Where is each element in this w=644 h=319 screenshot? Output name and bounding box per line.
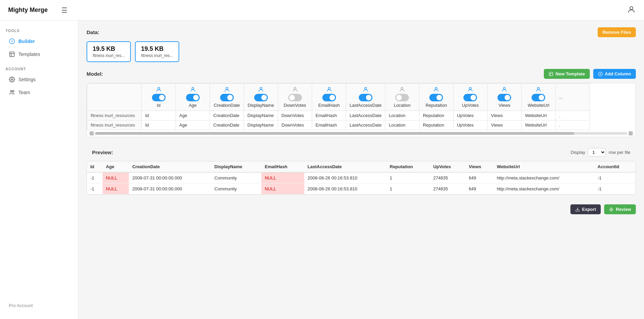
toggle-emailhash[interactable] <box>322 94 336 101</box>
scroll-track[interactable] <box>95 132 627 135</box>
display-select[interactable]: 1 2 5 10 <box>588 148 606 157</box>
toggle-displayname[interactable] <box>254 94 268 101</box>
toggle-age[interactable] <box>186 94 200 101</box>
svg-point-0 <box>630 6 633 10</box>
svg-marker-23 <box>610 207 613 212</box>
scroll-left-arrow[interactable] <box>90 131 94 135</box>
col-id-label: Id <box>157 103 160 108</box>
svg-point-18 <box>435 87 437 89</box>
svg-point-3 <box>11 79 13 81</box>
model-row-2-downvotes: DownVotes <box>278 120 312 130</box>
svg-point-11 <box>192 87 194 89</box>
person-icon <box>535 86 541 92</box>
col-lastaccessdate-label: LastAccessDate <box>350 103 382 108</box>
sidebar-item-team[interactable]: Team <box>5 87 73 98</box>
model-row-2-location: Location <box>385 120 419 130</box>
toggle-creationdate[interactable] <box>220 94 234 101</box>
preview-col-accountid: AccountId <box>594 161 635 172</box>
model-row-1-id: Id <box>142 111 176 120</box>
model-col-views-header: Views <box>487 84 521 111</box>
toggle-views[interactable] <box>497 94 511 101</box>
builder-icon <box>9 38 15 44</box>
model-col-upvotes-header: UpVotes <box>453 84 487 111</box>
toggle-id[interactable] <box>152 94 166 101</box>
model-table-section: Id Age <box>87 83 636 137</box>
review-button[interactable]: Review <box>604 204 636 214</box>
toggle-reputation[interactable] <box>429 94 443 101</box>
file-card-1[interactable]: 19.5 KB fitness inurl_res... <box>87 41 131 62</box>
preview-r1-reputation: 1 <box>386 172 430 184</box>
toggle-lastaccessdate[interactable] <box>359 94 372 101</box>
preview-r2-id: -1 <box>87 184 103 194</box>
model-label: Model: <box>87 71 103 77</box>
settings-label: Settings <box>18 77 36 82</box>
model-section-header: Model: New Template Add Column <box>87 69 636 79</box>
add-column-button[interactable]: Add Column <box>593 69 636 79</box>
model-col-age-header: Age <box>176 84 210 111</box>
toggle-location[interactable] <box>395 94 409 101</box>
svg-point-13 <box>260 87 262 89</box>
svg-point-20 <box>503 87 505 89</box>
model-row-2: fitness inurl_resources Id Age CreationD… <box>87 120 590 130</box>
data-label: Data: <box>87 29 99 35</box>
svg-point-14 <box>294 87 296 89</box>
preview-r2-age: NULL <box>103 184 129 194</box>
preview-table-wrapper[interactable]: Id Age CreationDate DisplayName EmailHas… <box>87 161 635 194</box>
person-icon <box>156 86 162 92</box>
preview-r1-displayname: Community <box>211 172 261 184</box>
preview-col-views: Views <box>465 161 493 172</box>
remove-files-button[interactable]: Remove Files <box>598 27 636 37</box>
builder-label: Builder <box>18 39 35 44</box>
preview-label: Preview: <box>92 149 113 155</box>
user-icon[interactable] <box>627 5 636 15</box>
svg-rect-2 <box>10 52 14 57</box>
preview-col-reputation: Reputation <box>386 161 430 172</box>
model-scrollbar[interactable] <box>87 130 635 137</box>
col-downvotes-label: DownVotes <box>284 103 306 108</box>
model-row-2-more: . <box>555 120 589 130</box>
preview-col-lastaccessdate: LastAccessDate <box>304 161 386 172</box>
model-row-2-lastaccessdate: LastAccessDate <box>346 120 385 130</box>
sidebar-item-templates[interactable]: Templates <box>5 48 73 60</box>
preview-col-id: Id <box>87 161 103 172</box>
team-icon <box>9 89 15 96</box>
svg-point-5 <box>13 90 14 92</box>
toggle-downvotes[interactable] <box>288 94 302 101</box>
templates-icon <box>9 51 15 57</box>
pro-account-label: Pro Account <box>5 300 73 311</box>
model-col-more-header: ... <box>555 84 589 111</box>
model-row-1-emailhash: EmailHash <box>312 111 346 120</box>
model-row-2-age: Age <box>176 120 210 130</box>
preview-r1-age: NULL <box>103 172 129 184</box>
svg-point-15 <box>328 87 330 89</box>
preview-row-2: -1 NULL 2008-07-31 00:00:00.000 Communit… <box>87 184 635 194</box>
col-location-label: Location <box>394 103 411 108</box>
file-card-2[interactable]: 19.5 KB fitness inurl_res... <box>135 41 179 62</box>
model-row-2-reputation: Reputation <box>419 120 453 130</box>
model-row-2-creationdate: CreationDate <box>210 120 244 130</box>
toggle-websiteurl[interactable] <box>532 94 545 101</box>
new-template-button[interactable]: New Template <box>544 69 589 79</box>
menu-icon[interactable]: ☰ <box>61 6 67 14</box>
display-label: Display <box>571 150 585 155</box>
model-table-wrapper[interactable]: Id Age <box>87 83 635 130</box>
file-card-2-name: fitness inurl_res... <box>141 53 173 58</box>
sidebar-item-builder[interactable]: Builder <box>5 35 73 47</box>
model-row-2-views: Views <box>487 120 521 130</box>
person-icon-gray <box>399 86 405 92</box>
toggle-upvotes[interactable] <box>463 94 477 101</box>
model-col-emailhash-header: EmailHash <box>312 84 346 111</box>
app-logo: Mighty Merge <box>8 6 48 14</box>
svg-point-4 <box>11 90 12 92</box>
model-section-wrapper: Model: New Template Add Column <box>87 69 636 137</box>
preview-section-wrapper: Preview: Display 1 2 5 10 row per file <box>87 144 636 195</box>
model-col-source-header <box>87 84 142 111</box>
model-col-displayname-header: DisplayName <box>244 84 278 111</box>
model-row-2-displayname: DisplayName <box>244 120 278 130</box>
scroll-right-arrow[interactable] <box>629 131 633 135</box>
team-label: Team <box>18 90 30 95</box>
sidebar-item-settings[interactable]: Settings <box>5 74 73 85</box>
person-icon <box>224 86 230 92</box>
export-button[interactable]: Export <box>570 204 601 214</box>
review-icon <box>609 207 614 212</box>
